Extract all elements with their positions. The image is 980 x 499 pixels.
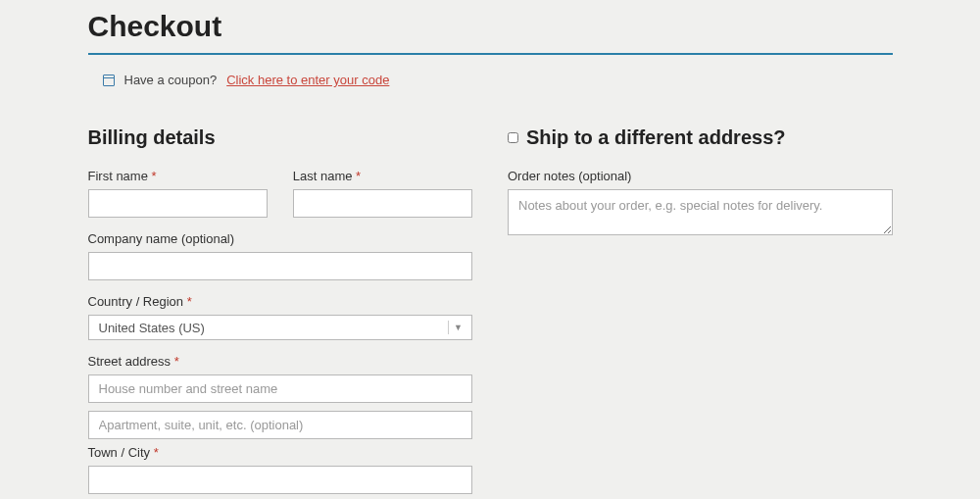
- city-label: Town / City *: [88, 445, 473, 460]
- first-name-label: First name *: [88, 169, 268, 183]
- country-select[interactable]: United States (US) ▼: [88, 315, 473, 340]
- country-label: Country / Region *: [88, 294, 473, 309]
- street1-input[interactable]: [88, 374, 473, 403]
- required-mark: *: [356, 169, 361, 183]
- first-name-input[interactable]: [88, 189, 268, 218]
- country-value: United States (US): [99, 321, 205, 335]
- coupon-notice: Have a coupon? Click here to enter your …: [88, 73, 893, 87]
- calendar-icon: [103, 75, 115, 86]
- city-input[interactable]: [88, 466, 473, 494]
- street-label: Street address *: [88, 354, 473, 369]
- chevron-down-icon: ▼: [448, 321, 462, 334]
- ship-different-checkbox[interactable]: [508, 132, 518, 143]
- billing-heading: Billing details: [88, 126, 473, 149]
- page-title: Checkout: [88, 10, 893, 55]
- last-name-label: Last name *: [293, 169, 472, 183]
- required-mark: *: [174, 354, 179, 369]
- shipping-heading: Ship to a different address?: [526, 126, 785, 149]
- required-mark: *: [187, 294, 192, 309]
- last-name-input[interactable]: [293, 189, 472, 218]
- company-label: Company name (optional): [88, 231, 473, 246]
- billing-column: Billing details First name * Last name *: [88, 126, 473, 499]
- required-mark: *: [154, 445, 159, 460]
- coupon-prompt: Have a coupon?: [124, 73, 218, 87]
- required-mark: *: [152, 169, 157, 183]
- shipping-column: Ship to a different address? Order notes…: [508, 126, 893, 499]
- coupon-link[interactable]: Click here to enter your code: [226, 73, 389, 87]
- company-input[interactable]: [88, 252, 473, 280]
- order-notes-label: Order notes (optional): [508, 169, 893, 183]
- street2-input[interactable]: [88, 411, 473, 439]
- order-notes-input[interactable]: [508, 189, 893, 235]
